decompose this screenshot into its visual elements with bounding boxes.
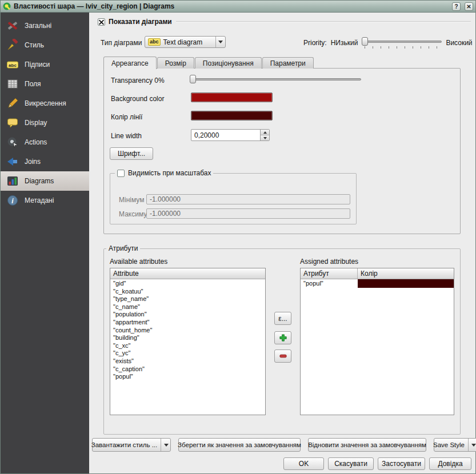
save-as-default-button[interactable]: Зберегти як значення за замовчуванням [178,438,301,452]
chart-icon [6,174,19,188]
sidebar-item-label: Поля [25,80,41,88]
window-title: Властивості шара — lviv_city_region | Di… [14,2,448,10]
show-diagrams-checkbox[interactable]: Показати діаграми [98,18,172,26]
save-style-button[interactable]: Save Style [434,438,476,452]
list-item[interactable]: "c_xc" [110,342,265,350]
tab-size[interactable]: Розмір [157,57,194,69]
slider-ticks [365,46,441,49]
available-attributes-header[interactable]: Attribute [110,268,265,279]
minus-icon [279,352,287,360]
spin-down-button[interactable] [261,135,269,140]
sidebar-item-general[interactable]: Загальні [1,16,89,35]
expression-button[interactable]: ε... [274,312,291,325]
priority-low-label: НИзький [331,39,358,47]
priority-row: Priority: НИзький Високий [303,36,473,50]
list-item[interactable]: "type_name" [110,295,265,303]
list-item[interactable]: "gid" [110,280,265,288]
close-button[interactable]: ✕ [465,2,473,11]
cancel-button[interactable]: Скасувати [328,457,374,470]
scale-visibility-title[interactable]: Видимість при масштабах [115,169,213,177]
list-item[interactable]: "popul" [110,373,265,381]
ok-button[interactable]: OK [283,457,324,470]
chevron-down-icon[interactable] [468,439,476,451]
load-style-button[interactable]: Завантажити стиль ... [92,438,171,452]
list-item[interactable]: "appartment" [110,319,265,327]
diagram-type-value: Text diagram [163,38,203,46]
scale-visibility-group: Видимість при масштабах Мінімум Максимум [110,173,357,224]
sidebar-item-label: Display [25,119,47,127]
sidebar-item-rendering[interactable]: Викреслення [1,94,89,113]
priority-slider[interactable] [362,36,442,50]
minimum-label: Мінімум [119,196,144,204]
background-color-button[interactable] [191,93,273,102]
checkbox-unchecked-icon[interactable] [117,170,125,177]
help-button[interactable]: Довідка [429,457,471,470]
abc-icon: abc [148,38,161,46]
sidebar-item-joins[interactable]: Joins [1,152,89,171]
remove-attribute-button[interactable] [274,350,291,363]
list-item[interactable]: "c_koatuu" [110,288,265,296]
sidebar-item-actions[interactable]: Actions [1,132,89,152]
dialog-buttons-row: OK Скасувати Застосувати Довідка [283,457,471,470]
spin-buttons [260,130,269,140]
spin-up-button[interactable] [261,130,269,135]
slider-handle[interactable] [190,75,196,83]
sidebar-item-fields[interactable]: Поля [1,74,89,94]
tab-placement[interactable]: Позиціонування [195,57,262,69]
tab-options[interactable]: Параметри [262,57,314,69]
assigned-attributes-table[interactable]: Атрибут Колір "popul" [300,268,454,415]
font-button[interactable]: Шрифт... [110,147,153,160]
list-item[interactable]: "c_name" [110,303,265,311]
line-width-spinbox[interactable] [191,129,270,141]
table-row[interactable]: "popul" [301,279,454,288]
available-attributes-label: Available attributes [110,258,167,266]
attributes-group-label: Атрибути [109,244,138,252]
list-item[interactable]: "exists" [110,357,265,365]
style-buttons-row: Завантажити стиль ... Зберегти як значен… [92,438,476,452]
background-color-label: Background color [111,95,164,103]
help-titlebar-button[interactable]: ? [452,2,461,11]
list-item[interactable]: "building" [110,334,265,342]
add-attribute-button[interactable] [274,331,291,344]
table-icon [6,77,19,91]
info-icon: i [6,194,19,207]
attributes-group-title: Атрибути [106,244,140,252]
sidebar-item-diagrams[interactable]: Diagrams [1,171,89,191]
assigned-attribute-cell[interactable]: "popul" [301,279,358,288]
speech-bubble-icon [6,116,19,130]
main-panel: Показати діаграми Тип діаграми abc Text … [89,13,475,473]
transparency-slider[interactable] [190,74,361,85]
column-header-color[interactable]: Колір [358,268,454,279]
available-attributes-list[interactable]: Attribute "gid" "c_koatuu" "type_name" "… [110,268,266,415]
sidebar-item-style[interactable]: Стиль [1,35,89,55]
chevron-down-icon[interactable] [215,37,225,47]
sidebar-item-label: Викреслення [25,99,66,107]
list-item[interactable]: "population" [110,311,265,319]
slider-handle[interactable] [362,37,368,46]
checkbox-checked-icon [98,18,105,26]
priority-label: Priority: [303,39,327,47]
pen-icon [6,97,19,110]
tab-appearance[interactable]: Appearance [103,57,157,69]
attributes-group: Атрибути Available attributes Attribute … [103,248,461,435]
apply-button[interactable]: Застосувати [378,457,425,470]
chevron-down-icon[interactable] [161,439,171,451]
diagram-type-dropdown[interactable]: abc Text diagram [145,36,226,48]
line-width-input[interactable] [191,130,260,140]
titlebar[interactable]: Властивості шара — lviv_city_region | Di… [1,1,475,13]
list-item[interactable]: "count_home" [110,327,265,335]
assigned-color-cell[interactable] [358,279,454,288]
list-item[interactable]: "c_yc" [110,350,265,357]
sidebar-item-metadata[interactable]: i Метадані [1,191,89,210]
show-diagrams-label: Показати діаграми [109,18,172,26]
list-item[interactable]: "c_caption" [110,365,265,373]
sidebar-item-display[interactable]: Display [1,113,89,132]
restore-default-button[interactable]: Відновити значення за замовчуванням [308,438,426,452]
transparency-label: Transparency 0% [111,77,165,85]
line-color-button[interactable] [191,111,273,120]
column-header-attribute[interactable]: Атрибут [301,268,358,279]
load-style-label: Завантажити стиль ... [91,441,158,448]
scale-visibility-label: Видимість при масштабах [128,169,211,177]
minimum-input [146,194,350,204]
sidebar-item-labels[interactable]: abc Підписи [1,55,89,74]
